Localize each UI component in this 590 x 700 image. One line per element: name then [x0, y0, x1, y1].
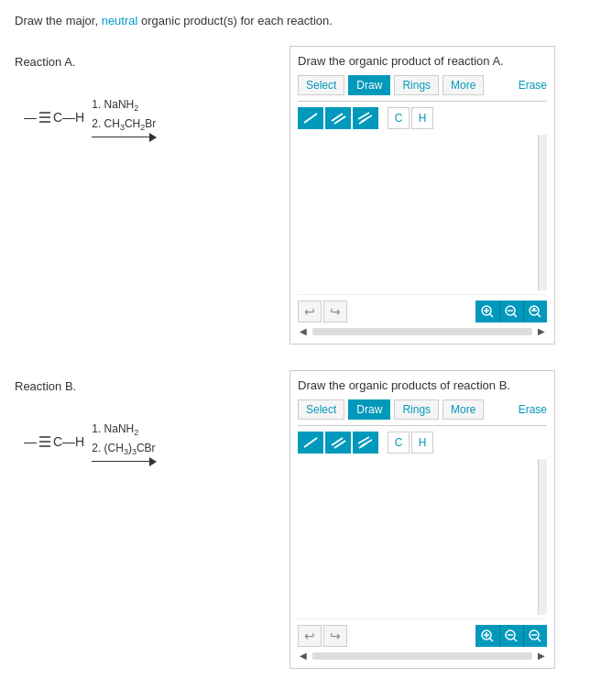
- more-btn-b[interactable]: More: [442, 399, 484, 420]
- zoom-reset-btn-b[interactable]: [499, 625, 523, 647]
- triple-bond-b: [38, 433, 52, 450]
- redo-btn-a[interactable]: ↪: [323, 301, 347, 323]
- carbon-btn-a[interactable]: C: [388, 107, 410, 129]
- svg-line-14: [514, 314, 518, 318]
- hydrogen-btn-b[interactable]: H: [411, 432, 433, 454]
- draw-btn-b[interactable]: Draw: [348, 399, 390, 420]
- reaction-a-arrow-section: 1. NaNH2 2. CH3CH2Br: [92, 96, 156, 137]
- reaction-a-arrow: [92, 137, 156, 138]
- erase-btn-b[interactable]: Erase: [519, 403, 547, 416]
- more-btn-a[interactable]: More: [442, 75, 484, 95]
- double-bond-btn-b[interactable]: [325, 432, 351, 454]
- zoom-controls-a: [475, 301, 547, 323]
- scroll-right-a[interactable]: ▶: [536, 326, 547, 336]
- scroll-right-b[interactable]: ▶: [536, 651, 547, 661]
- triple-bond-btn-b[interactable]: [353, 432, 378, 454]
- reagent-a-2: 2. CH3CH2Br: [92, 115, 156, 135]
- reaction-b-arrow-section: 1. NaNH2 2. (CH3)3CBr: [92, 421, 156, 462]
- select-btn-b[interactable]: Select: [298, 399, 344, 420]
- reaction-a-reagents: 1. NaNH2 2. CH3CH2Br: [92, 96, 156, 135]
- panel-a-title: Draw the organic product of reaction A.: [298, 54, 547, 68]
- select-btn-a[interactable]: Select: [298, 75, 344, 95]
- erase-btn-a[interactable]: Erase: [519, 79, 547, 92]
- svg-line-8: [359, 119, 366, 124]
- undo-btn-a[interactable]: ↩: [298, 301, 322, 323]
- arrow-line-a: [92, 137, 156, 138]
- zoom-out-btn-a[interactable]: [523, 301, 547, 323]
- draw-panel-b: Draw the organic products of reaction B.…: [290, 370, 555, 669]
- bond-tools-a: C H: [298, 107, 547, 129]
- svg-line-38: [538, 639, 541, 642]
- scroll-track-a[interactable]: [312, 328, 532, 335]
- triple-bond-btn-a[interactable]: [353, 107, 378, 129]
- panel-b-inner: [298, 459, 547, 615]
- highlight-word: neutral: [102, 14, 138, 27]
- zoom-in-btn-b[interactable]: [475, 625, 499, 647]
- reaction-a-label: Reaction A.: [15, 55, 290, 69]
- rings-btn-a[interactable]: Rings: [394, 75, 439, 95]
- hscroll-b: ◀ ▶: [298, 651, 547, 661]
- panel-b-title: Draw the organic products of reaction B.: [298, 378, 547, 392]
- toolbar-b: Select Draw Rings More Erase: [298, 399, 547, 426]
- reaction-a-diagram: — C—H 1. NaNH2 2. CH3CH2Br: [24, 96, 290, 137]
- reagent-b-2: 2. (CH3)3CBr: [92, 440, 155, 459]
- bond-tools-b: C H: [298, 432, 547, 454]
- reaction-b-reagents: 1. NaNH2 2. (CH3)3CBr: [92, 421, 155, 459]
- zoom-out-btn-b[interactable]: [523, 625, 547, 647]
- bottom-toolbar-a: ↩ ↪: [298, 294, 547, 323]
- redo-btn-b[interactable]: ↪: [323, 625, 347, 647]
- reagent-b-1: 1. NaNH2: [92, 421, 155, 440]
- triple-bond-a: [38, 109, 52, 126]
- toolbar-b-left: Select Draw Rings More: [298, 399, 484, 420]
- reaction-a-molecule: — C—H: [24, 109, 84, 126]
- bottom-toolbar-b: ↩ ↪: [298, 618, 547, 647]
- instruction-text: Draw the major, neutral organic product(…: [15, 13, 575, 29]
- carbon-btn-b[interactable]: C: [388, 432, 410, 454]
- draw-canvas-a[interactable]: [298, 135, 547, 290]
- svg-line-10: [490, 314, 494, 318]
- reagent-a-1: 1. NaNH2: [92, 96, 156, 115]
- undo-redo-b: ↩ ↪: [298, 625, 347, 647]
- scrollbar-a[interactable]: [538, 135, 547, 290]
- arrow-line-b: [92, 461, 156, 463]
- double-bond-btn-a[interactable]: [325, 107, 351, 129]
- toolbar-a-left: Select Draw Rings More: [298, 75, 484, 95]
- undo-redo-a: ↩ ↪: [298, 301, 347, 323]
- scroll-track-b[interactable]: [312, 652, 532, 660]
- reaction-b-left: Reaction B. — C—H 1. NaNH2 2. (CH3)3CBr: [15, 370, 290, 462]
- reaction-b-molecule: — C—H: [24, 433, 84, 450]
- svg-line-17: [538, 314, 541, 318]
- hydrogen-btn-a[interactable]: H: [411, 107, 433, 129]
- draw-btn-a[interactable]: Draw: [348, 75, 390, 95]
- draw-canvas-b[interactable]: [298, 459, 547, 615]
- single-bond-btn-a[interactable]: [298, 107, 323, 129]
- single-bond-btn-b[interactable]: [298, 432, 323, 454]
- zoom-reset-btn-a[interactable]: [499, 301, 523, 323]
- scroll-left-a[interactable]: ◀: [298, 326, 309, 336]
- undo-btn-b[interactable]: ↩: [298, 625, 322, 647]
- svg-line-3: [304, 114, 317, 123]
- scroll-left-b[interactable]: ◀: [298, 651, 309, 661]
- reaction-b-label: Reaction B.: [15, 379, 290, 393]
- svg-line-29: [359, 443, 366, 448]
- rings-btn-b[interactable]: Rings: [394, 399, 439, 420]
- reaction-b-arrow: [92, 461, 156, 463]
- draw-panel-a: Draw the organic product of reaction A. …: [290, 46, 555, 345]
- panel-a-inner: [298, 135, 547, 290]
- hscroll-a: ◀ ▶: [298, 326, 547, 336]
- zoom-controls-b: [475, 625, 547, 647]
- reaction-b-section: Reaction B. — C—H 1. NaNH2 2. (CH3)3CBr: [15, 370, 575, 669]
- scrollbar-b[interactable]: [538, 459, 547, 615]
- svg-line-24: [304, 438, 317, 447]
- svg-line-31: [490, 639, 494, 642]
- toolbar-a: Select Draw Rings More Erase: [298, 75, 547, 102]
- zoom-in-btn-a[interactable]: [475, 301, 499, 323]
- reaction-b-diagram: — C—H 1. NaNH2 2. (CH3)3CBr: [24, 421, 290, 462]
- svg-line-35: [514, 639, 518, 642]
- reaction-a-left: Reaction A. — C—H 1. NaNH2 2. CH3CH2Br: [15, 46, 290, 137]
- reaction-a-section: Reaction A. — C—H 1. NaNH2 2. CH3CH2Br: [15, 46, 575, 345]
